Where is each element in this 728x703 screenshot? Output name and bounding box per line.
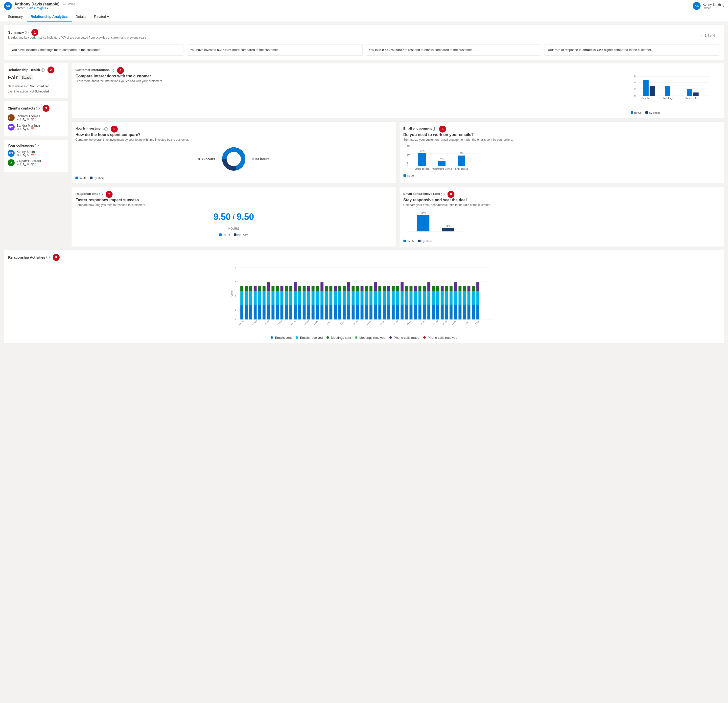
- activities-chart-container: 4 3 2 1 0 Count: [8, 264, 720, 334]
- sales-insights-link[interactable]: Sales Insights: [27, 6, 46, 10]
- svg-rect-105: [334, 291, 337, 305]
- svg-rect-115: [347, 282, 350, 291]
- svg-rect-52: [254, 286, 257, 291]
- hourly-info-icon[interactable]: i: [104, 127, 108, 131]
- engagement-info-icon[interactable]: i: [433, 127, 436, 131]
- svg-rect-108: [338, 291, 341, 305]
- svg-rect-69: [280, 291, 283, 305]
- them-response: 9.50: [237, 212, 254, 222]
- svg-rect-129: [370, 291, 373, 305]
- svg-text:14 Jan: 14 Jan: [366, 320, 372, 325]
- bar-emails-opened: [418, 153, 426, 166]
- kpi-text-2: You take 0 hours lesser to respond to em…: [369, 48, 473, 52]
- svg-rect-155: [410, 305, 413, 319]
- svg-rect-174: [436, 291, 439, 305]
- bar-ratio-them: [442, 228, 454, 231]
- us-hours-label: 8.33 hours: [198, 157, 215, 161]
- svg-rect-128: [370, 305, 373, 319]
- svg-rect-89: [312, 305, 315, 319]
- tab-details[interactable]: Details: [72, 12, 90, 22]
- svg-text:8 Jan: 8 Jan: [340, 320, 345, 325]
- health-title: Relationship Health: [8, 68, 40, 72]
- svg-rect-135: [378, 291, 381, 305]
- tab-relationship-analytics[interactable]: Relationship Analytics: [27, 12, 72, 22]
- svg-rect-123: [361, 291, 364, 305]
- contact-hash: # # PpdfCDSClient ✉ 3📞 5📅 1: [8, 159, 65, 166]
- bar-meetings-us: [665, 86, 670, 96]
- svg-rect-64: [272, 286, 274, 291]
- svg-rect-61: [267, 282, 270, 291]
- colleagues-info-icon[interactable]: i: [35, 144, 39, 147]
- ratio-info-icon[interactable]: i: [441, 193, 445, 196]
- svg-rect-96: [321, 291, 324, 305]
- top-header: AD Anthony Davis (sample) — Saved Contac…: [0, 0, 728, 12]
- user-menu-chevron[interactable]: ▾: [723, 5, 724, 7]
- svg-rect-125: [365, 305, 368, 319]
- badge-5: 5: [111, 126, 118, 133]
- health-info-icon[interactable]: i: [41, 68, 45, 72]
- interactions-info-icon[interactable]: i: [111, 69, 114, 72]
- svg-text:4%: 4%: [440, 157, 443, 160]
- contact-ks-stats: ✉ 3📞 5📅 1: [17, 153, 37, 157]
- last-interaction: Last interaction: Not Scheduled: [8, 89, 65, 94]
- svg-rect-77: [294, 305, 297, 319]
- svg-rect-153: [405, 291, 408, 305]
- colleagues-title: Your colleagues: [8, 143, 34, 147]
- next-page-btn[interactable]: ›: [716, 33, 720, 38]
- tab-summary[interactable]: Summary: [4, 12, 27, 22]
- svg-rect-56: [263, 305, 266, 319]
- svg-rect-136: [378, 286, 381, 291]
- svg-rect-176: [441, 305, 444, 319]
- engagement-title-row: Email engagement i 6: [403, 126, 720, 133]
- svg-rect-92: [316, 305, 319, 319]
- interactions-heading: Compare interactions with the customer: [75, 74, 627, 78]
- svg-rect-196: [468, 286, 471, 291]
- hourly-heading: How do the hours spent compare?: [75, 133, 392, 137]
- contact-hash-stats: ✉ 3📞 5📅 1: [17, 163, 41, 166]
- legend-emails-sent: Emails sent: [271, 336, 292, 339]
- svg-rect-71: [285, 305, 288, 319]
- svg-rect-82: [298, 286, 301, 291]
- customer-interactions-card: Customer interactions i 4 Compare intera…: [71, 63, 724, 118]
- clients-info-icon[interactable]: i: [36, 107, 40, 110]
- svg-rect-49: [249, 286, 252, 291]
- contact-hash-info: # PpdfCDSClient ✉ 3📞 5📅 1: [17, 159, 41, 166]
- svg-rect-90: [312, 291, 315, 305]
- tab-related[interactable]: Related ▾: [90, 12, 113, 22]
- response-desc: Compare how long you take to respond to …: [75, 203, 392, 207]
- svg-rect-156: [410, 291, 413, 305]
- activities-info-icon[interactable]: i: [46, 256, 50, 259]
- svg-rect-140: [387, 305, 390, 319]
- svg-rect-119: [356, 305, 359, 319]
- response-info-icon[interactable]: i: [99, 193, 103, 196]
- interactions-text: Compare interactions with the customer L…: [75, 74, 627, 86]
- legend-phone-calls-made: Phone calls made: [389, 336, 419, 339]
- clients-title-row: Client's contacts i 3: [8, 105, 65, 112]
- svg-rect-177: [441, 291, 444, 305]
- summary-info-icon[interactable]: i: [25, 31, 29, 34]
- svg-rect-103: [329, 286, 332, 291]
- svg-text:29 Jan: 29 Jan: [433, 320, 439, 325]
- prev-page-btn[interactable]: ‹: [700, 33, 704, 38]
- svg-rect-94: [316, 286, 319, 291]
- svg-rect-59: [267, 305, 270, 319]
- svg-rect-144: [392, 291, 395, 305]
- svg-text:Emails: Emails: [641, 97, 649, 100]
- svg-text:2 Feb: 2 Feb: [451, 320, 456, 325]
- svg-rect-106: [334, 286, 337, 291]
- svg-text:5: 5: [407, 162, 409, 164]
- svg-text:31 Dec: 31 Dec: [304, 320, 310, 326]
- svg-rect-197: [472, 305, 475, 319]
- svg-text:6: 6: [634, 75, 636, 77]
- svg-rect-116: [352, 305, 355, 319]
- bar-ratio-us: [417, 215, 429, 231]
- svg-rect-48: [249, 291, 252, 305]
- svg-rect-173: [436, 305, 439, 319]
- svg-text:11%: 11%: [445, 225, 450, 228]
- svg-text:10: 10: [407, 153, 410, 156]
- svg-rect-139: [383, 286, 386, 291]
- svg-rect-201: [477, 291, 480, 305]
- contact-rt-name: Richard Thomas: [17, 114, 40, 118]
- svg-text:4: 4: [634, 81, 636, 84]
- clients-contacts-card: Client's contacts i 3 RT Richard Thomas …: [4, 101, 68, 137]
